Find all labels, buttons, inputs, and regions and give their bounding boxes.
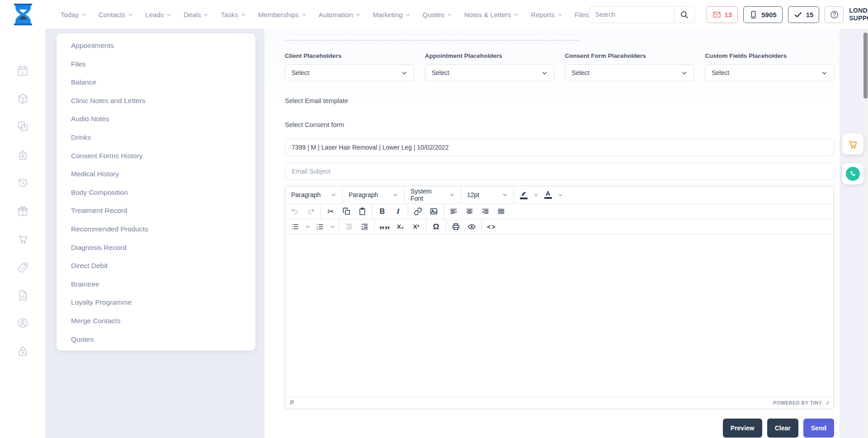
block-format-dropdown[interactable]: Paragraph bbox=[344, 186, 402, 203]
source-code-button[interactable]: <> bbox=[484, 219, 500, 234]
appointment-placeholders-select[interactable]: Select bbox=[425, 64, 554, 81]
editor-content-area[interactable] bbox=[285, 235, 834, 396]
floating-cart-button[interactable] bbox=[842, 133, 863, 155]
text-color-menu-button[interactable] bbox=[556, 188, 565, 203]
select-email-template[interactable]: Select Email template bbox=[285, 97, 834, 104]
nav-item-deals[interactable]: Deals bbox=[184, 11, 208, 19]
rail-calendar-button[interactable]: 12 bbox=[15, 63, 30, 78]
client-placeholders-select[interactable]: Select bbox=[285, 64, 414, 81]
rail-pricing-button[interactable] bbox=[15, 260, 30, 274]
nav-item-quotes[interactable]: Quotes bbox=[423, 11, 452, 19]
special-character-button[interactable]: Ω bbox=[428, 219, 444, 234]
element-path[interactable]: P bbox=[290, 400, 294, 406]
highlight-color-menu-button[interactable] bbox=[531, 188, 540, 203]
rail-history-button[interactable] bbox=[15, 175, 30, 190]
email-subject-input[interactable] bbox=[285, 163, 834, 180]
rail-cart-button[interactable] bbox=[15, 231, 30, 246]
menu-item-files[interactable]: Files bbox=[57, 55, 255, 74]
menu-item-audio-notes[interactable]: Audio Notes bbox=[57, 110, 255, 128]
menu-item-diagnosis-record[interactable]: Diagnosis Record bbox=[57, 239, 255, 257]
scrollbar-thumb[interactable] bbox=[863, 33, 868, 99]
menu-item-loyalty-programme[interactable]: Loyalty Programme bbox=[57, 293, 255, 312]
tasks-badge[interactable]: 15 bbox=[788, 6, 820, 23]
nav-item-reports[interactable]: Reports bbox=[531, 11, 562, 19]
menu-item-appointments[interactable]: Appointments bbox=[57, 37, 255, 55]
nav-item-tasks[interactable]: Tasks bbox=[221, 11, 245, 19]
font-size-dropdown[interactable]: 12pt bbox=[463, 186, 512, 203]
menu-item-consent-forms-history[interactable]: Consent Forms History bbox=[57, 147, 255, 165]
paste-button[interactable] bbox=[354, 204, 370, 219]
bullet-list-menu-button[interactable] bbox=[303, 219, 312, 234]
copy-button[interactable] bbox=[339, 204, 354, 219]
align-center-button[interactable] bbox=[462, 204, 477, 219]
menu-item-treatment-record[interactable]: Treatment Record bbox=[57, 202, 255, 220]
rail-loyalty-button[interactable] bbox=[15, 203, 30, 218]
menu-item-quotes[interactable]: Quotes bbox=[57, 330, 255, 349]
preview-button[interactable]: Preview bbox=[723, 419, 762, 438]
rail-account-button[interactable] bbox=[15, 316, 30, 330]
indent-button[interactable] bbox=[357, 219, 373, 234]
insert-image-button[interactable] bbox=[426, 204, 442, 219]
rail-duplicate-button[interactable] bbox=[15, 119, 30, 133]
insert-link-button[interactable] bbox=[410, 204, 426, 219]
style-dropdown[interactable]: Paragraph bbox=[287, 186, 340, 203]
messages-badge[interactable]: 13 bbox=[707, 6, 738, 23]
custom-fields-placeholders-select[interactable]: Select bbox=[705, 64, 834, 81]
nav-item-notes-letters[interactable]: Notes & Letters bbox=[464, 11, 519, 19]
menu-item-clinic-notes-letters[interactable]: Clinic Notes and Letters bbox=[57, 92, 255, 110]
blockquote-button[interactable]: ”” bbox=[377, 219, 392, 234]
menu-item-merge-contacts[interactable]: Merge Contacts bbox=[57, 312, 255, 330]
numbered-list-menu-button[interactable] bbox=[328, 219, 337, 234]
superscript-button[interactable]: X² bbox=[408, 219, 424, 234]
bold-button[interactable]: B bbox=[374, 204, 390, 219]
cut-button[interactable]: ✂ bbox=[323, 204, 339, 219]
search-input[interactable] bbox=[589, 6, 674, 23]
rail-orders-button[interactable] bbox=[15, 147, 30, 162]
nav-item-automation[interactable]: Automation bbox=[319, 11, 361, 19]
italic-button[interactable]: I bbox=[390, 204, 406, 219]
powered-by-tiny-label[interactable]: POWERED BY TINY bbox=[774, 400, 822, 405]
text-color-button[interactable]: A bbox=[540, 188, 556, 203]
subscript-button[interactable]: X₂ bbox=[392, 219, 408, 234]
align-left-button[interactable] bbox=[446, 204, 462, 219]
highlight-color-button[interactable] bbox=[516, 188, 531, 203]
send-button[interactable]: Send bbox=[803, 419, 834, 438]
undo-button[interactable] bbox=[287, 204, 303, 219]
menu-item-balance[interactable]: Balance bbox=[57, 73, 255, 92]
rail-security-button[interactable] bbox=[15, 344, 30, 358]
rail-products-button[interactable] bbox=[15, 91, 30, 106]
rail-reports-button[interactable] bbox=[15, 288, 30, 302]
font-family-dropdown[interactable]: System Font bbox=[406, 186, 459, 203]
menu-item-braintree[interactable]: Braintree bbox=[57, 275, 255, 294]
nav-item-marketing[interactable]: Marketing bbox=[373, 11, 410, 19]
search-button[interactable] bbox=[674, 6, 695, 23]
print-button[interactable] bbox=[448, 219, 464, 234]
justify-button[interactable] bbox=[493, 204, 509, 219]
menu-item-medical-history[interactable]: Medical History bbox=[57, 165, 255, 184]
menu-item-body-composition[interactable]: Body Composition bbox=[57, 184, 255, 202]
help-button[interactable] bbox=[825, 6, 844, 23]
redo-button[interactable] bbox=[303, 204, 319, 219]
menu-item-direct-debit[interactable]: Direct Debit bbox=[57, 257, 255, 275]
menu-item-recommended-products[interactable]: Recommended Products bbox=[57, 220, 255, 239]
align-right-button[interactable] bbox=[477, 204, 493, 219]
page-scrollbar[interactable] bbox=[863, 30, 868, 438]
subject-prefill-input[interactable] bbox=[285, 139, 834, 156]
bullet-list-button[interactable] bbox=[287, 219, 303, 234]
consent-form-placeholders-select[interactable]: Select bbox=[565, 64, 694, 81]
calls-badge[interactable]: 5905 bbox=[743, 6, 782, 23]
menu-item-drinks[interactable]: Drinks bbox=[57, 128, 255, 147]
nav-item-leads[interactable]: Leads bbox=[145, 11, 171, 19]
nav-item-files[interactable]: Files bbox=[575, 11, 589, 19]
floating-phone-button[interactable] bbox=[842, 163, 863, 184]
app-logo-hourglass-icon[interactable] bbox=[13, 3, 33, 26]
resize-handle-icon[interactable] bbox=[825, 400, 830, 405]
preview-eye-button[interactable] bbox=[464, 219, 480, 234]
nav-item-contacts[interactable]: Contacts bbox=[99, 11, 133, 19]
select-consent-form[interactable]: Select Consent form bbox=[285, 121, 834, 128]
nav-item-today[interactable]: Today bbox=[61, 11, 86, 19]
clear-button[interactable]: Clear bbox=[767, 419, 798, 438]
outdent-button[interactable] bbox=[341, 219, 357, 234]
numbered-list-button[interactable]: 123 bbox=[312, 219, 328, 234]
nav-item-memberships[interactable]: Memberships bbox=[258, 11, 307, 19]
